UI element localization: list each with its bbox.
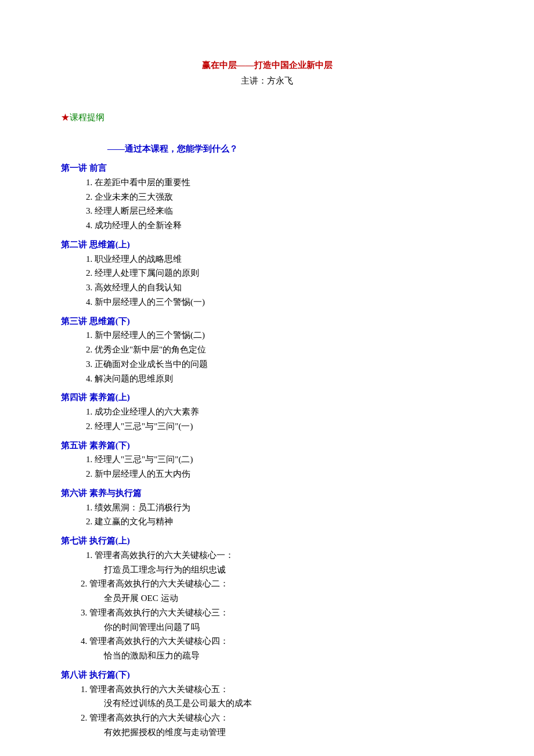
outline-label-text: 课程提纲: [70, 113, 104, 122]
list-item: 1. 成功企业经理人的六大素养: [61, 405, 473, 419]
section: 第二讲 思维篇(上)1. 职业经理人的战略思维2. 经理人处理下属问题的原则3.…: [61, 237, 473, 309]
list-item: 3. 正确面对企业成长当中的问题: [61, 357, 473, 372]
list-item: 4. 新中层经理人的三个警惕(一): [61, 295, 473, 309]
presenter-line: 主讲：方永飞: [61, 74, 473, 88]
section-heading: 第三讲 思维篇(下): [61, 314, 473, 329]
outline-label: ★课程提纲: [61, 110, 473, 125]
section: 第五讲 素养篇(下)1. 经理人"三忌"与"三问"(二)2. 新中层经理人的五大…: [61, 438, 473, 481]
list-item: 2. 企业未来的三大强敌: [61, 190, 473, 204]
section: 第三讲 思维篇(下)1. 新中层经理人的三个警惕(二)2. 优秀企业"新中层"的…: [61, 314, 473, 386]
list-item: 有效把握授权的维度与走动管理: [61, 725, 473, 740]
section-heading: 第七讲 执行篇(上): [61, 534, 473, 548]
section: 第七讲 执行篇(上)1. 管理者高效执行的六大关键核心一：打造员工理念与行为的组…: [61, 534, 473, 663]
section-heading: 第五讲 素养篇(下): [61, 438, 473, 453]
list-item: 1. 经理人"三忌"与"三问"(二): [61, 452, 473, 467]
list-item: 4. 成功经理人的全新诠释: [61, 218, 473, 233]
list-item: 没有经过训练的员工是公司最大的成本: [61, 696, 473, 711]
list-item: 打造员工理念与行为的组织忠诚: [61, 563, 473, 577]
list-item: 3. 经理人断层已经来临: [61, 204, 473, 218]
item-list: 1. 新中层经理人的三个警惕(二)2. 优秀企业"新中层"的角色定位3. 正确面…: [61, 328, 473, 386]
list-item: 4. 管理者高效执行的六大关键核心四：: [61, 634, 473, 649]
list-item: 3. 高效经理人的自我认知: [61, 280, 473, 295]
list-item: 你的时间管理出问题了吗: [61, 620, 473, 635]
item-list: 1. 管理者高效执行的六大关键核心一：打造员工理念与行为的组织忠诚2. 管理者高…: [61, 548, 473, 663]
document-page: 赢在中层——打造中国企业新中层 主讲：方永飞 ★课程提纲 ——通过本课程，您能学…: [0, 0, 534, 756]
list-item: 恰当的激励和压力的疏导: [61, 649, 473, 663]
list-item: 1. 在差距中看中层的重要性: [61, 175, 473, 190]
list-item: 全员开展 OEC 运动: [61, 591, 473, 606]
section-heading: 第二讲 思维篇(上): [61, 237, 473, 252]
list-item: 2. 优秀企业"新中层"的角色定位: [61, 343, 473, 357]
list-item: 1. 绩效黑洞：员工消极行为: [61, 501, 473, 515]
list-item: 3. 管理者高效执行的六大关键核心三：: [61, 606, 473, 620]
star-icon: ★: [61, 113, 70, 122]
list-item: 2. 管理者高效执行的六大关键核心六：: [61, 711, 473, 725]
item-list: 1. 职业经理人的战略思维2. 经理人处理下属问题的原则3. 高效经理人的自我认…: [61, 252, 473, 309]
list-item: 2. 新中层经理人的五大内伤: [61, 467, 473, 481]
item-list: 1. 经理人"三忌"与"三问"(二)2. 新中层经理人的五大内伤: [61, 452, 473, 481]
list-item: 2. 经理人"三忌"与"三问"(一): [61, 419, 473, 434]
section-heading: 第一讲 前言: [61, 161, 473, 175]
item-list: 1. 绩效黑洞：员工消极行为2. 建立赢的文化与精神: [61, 501, 473, 530]
list-item: 1. 职业经理人的战略思维: [61, 252, 473, 267]
section: 第六讲 素养与执行篇1. 绩效黑洞：员工消极行为2. 建立赢的文化与精神: [61, 486, 473, 529]
sections-container: 第一讲 前言1. 在差距中看中层的重要性2. 企业未来的三大强敌3. 经理人断层…: [61, 161, 473, 740]
section-heading: 第六讲 素养与执行篇: [61, 486, 473, 501]
list-item: 1. 管理者高效执行的六大关键核心五：: [61, 682, 473, 697]
course-subtitle: ——通过本课程，您能学到什么？: [61, 142, 473, 156]
item-list: 1. 管理者高效执行的六大关键核心五：没有经过训练的员工是公司最大的成本2. 管…: [61, 682, 473, 740]
section: 第一讲 前言1. 在差距中看中层的重要性2. 企业未来的三大强敌3. 经理人断层…: [61, 161, 473, 233]
section: 第八讲 执行篇(下)1. 管理者高效执行的六大关键核心五：没有经过训练的员工是公…: [61, 668, 473, 740]
section-heading: 第四讲 素养篇(上): [61, 390, 473, 405]
list-item: 2. 经理人处理下属问题的原则: [61, 266, 473, 280]
list-item: 4. 解决问题的思维原则: [61, 372, 473, 386]
item-list: 1. 在差距中看中层的重要性2. 企业未来的三大强敌3. 经理人断层已经来临4.…: [61, 175, 473, 233]
item-list: 1. 成功企业经理人的六大素养2. 经理人"三忌"与"三问"(一): [61, 405, 473, 434]
list-item: 2. 建立赢的文化与精神: [61, 514, 473, 529]
list-item: 1. 管理者高效执行的六大关键核心一：: [61, 548, 473, 563]
section: 第四讲 素养篇(上)1. 成功企业经理人的六大素养2. 经理人"三忌"与"三问"…: [61, 390, 473, 433]
list-item: 1. 新中层经理人的三个警惕(二): [61, 328, 473, 343]
section-heading: 第八讲 执行篇(下): [61, 668, 473, 682]
list-item: 2. 管理者高效执行的六大关键核心二：: [61, 577, 473, 591]
document-title: 赢在中层——打造中国企业新中层: [61, 58, 473, 73]
